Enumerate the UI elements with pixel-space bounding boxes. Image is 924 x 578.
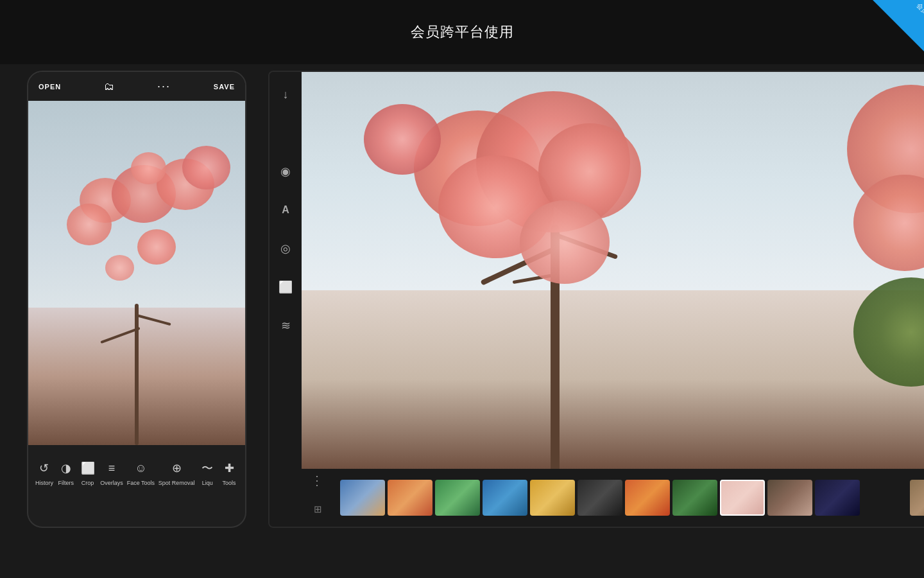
tool-crop[interactable]: ⬜ Crop: [79, 459, 97, 486]
filters-icon: ◑: [57, 459, 75, 477]
save-button[interactable]: SAVE: [214, 83, 235, 91]
thumbnail-6[interactable]: [578, 480, 622, 516]
more-options-icon[interactable]: ···: [157, 80, 171, 93]
thumbnail-4[interactable]: [483, 480, 527, 516]
ground-background: [302, 290, 924, 469]
tool-face[interactable]: ☺ Face Tools: [127, 459, 155, 486]
filter-icon[interactable]: ◉: [276, 162, 295, 181]
blossom-7: [105, 255, 134, 281]
blossom-3: [67, 204, 112, 245]
tool-filters[interactable]: ◑ Filters: [57, 459, 75, 486]
spot-removal-label: Spot Removal: [158, 480, 195, 486]
thumbnail-11[interactable]: [815, 480, 860, 516]
tree-trunk: [135, 304, 139, 445]
phone-bottom-bar: ↺ History ◑ Filters ⬜ Crop ≡ Overlays ☺ …: [28, 445, 245, 503]
face-tools-icon: ☺: [132, 459, 150, 477]
thumbnail-10[interactable]: [767, 480, 812, 516]
more-options-button[interactable]: ⋮: [311, 473, 323, 488]
thumbnail-12[interactable]: [862, 480, 907, 516]
overlays-label: Overlays: [100, 480, 123, 486]
blossom-8: [182, 146, 230, 189]
liqu-label: Liqu: [202, 480, 213, 486]
face-tools-label: Face Tools: [127, 480, 155, 486]
download-icon[interactable]: ↓: [276, 85, 295, 104]
open-button[interactable]: OPEN: [38, 83, 61, 91]
crop-sidebar-icon[interactable]: ⬜: [276, 277, 295, 297]
liqu-icon: 〜: [198, 459, 216, 477]
thumbnail-13[interactable]: [910, 480, 924, 516]
spot-removal-icon: ⊕: [167, 459, 185, 477]
clipboard-icon[interactable]: 🗂: [104, 81, 114, 92]
tablet-blossom-5: [520, 200, 610, 284]
crop-icon: ⬜: [79, 459, 97, 477]
thumbnail-2[interactable]: [388, 480, 432, 516]
gallery-icon[interactable]: ⊞: [302, 504, 334, 515]
mask-icon[interactable]: ◎: [276, 239, 295, 258]
tools-label: Tools: [223, 480, 236, 486]
phone-main-image: [28, 101, 245, 445]
crop-label: Crop: [81, 480, 94, 486]
tablet-main-image: [302, 72, 924, 469]
blossom-6: [131, 152, 166, 184]
thumbnail-strip: [340, 478, 924, 517]
tool-history[interactable]: ↺ History: [35, 459, 53, 486]
tool-tools[interactable]: ✚ Tools: [220, 459, 238, 486]
filters-label: Filters: [58, 480, 74, 486]
thumbnail-9-active[interactable]: [720, 480, 765, 516]
thumbnail-5[interactable]: [530, 480, 575, 516]
app-title: 会员跨平台使用: [411, 22, 514, 42]
tool-spot[interactable]: ⊕ Spot Removal: [158, 459, 195, 486]
layers-icon[interactable]: ≋: [276, 316, 295, 335]
text-icon[interactable]: A: [276, 200, 295, 220]
tablet-mockup: ↓ ◉ A ◎ ⬜ ≋ ⋮ ⊞: [268, 71, 924, 528]
blossom-5: [137, 229, 176, 265]
thumbnail-3[interactable]: [435, 480, 480, 516]
thumbnail-8[interactable]: [672, 480, 717, 516]
tablet-blossom-6: [364, 104, 441, 175]
overlays-icon: ≡: [103, 459, 121, 477]
tool-liqu[interactable]: 〜 Liqu: [198, 459, 216, 486]
phone-mockup: OPEN 🗂 ··· SAVE ↺ History ◑ Filters: [27, 71, 246, 528]
tablet-sidebar: ↓ ◉ A ◎ ⬜ ≋: [270, 72, 302, 527]
phone-toolbar: OPEN 🗂 ··· SAVE: [28, 72, 245, 101]
history-icon: ↺: [35, 459, 53, 477]
tablet-bottom-bar: ⋮ ⊞: [302, 469, 924, 527]
history-label: History: [35, 480, 53, 486]
tool-overlays[interactable]: ≡ Overlays: [100, 459, 123, 486]
thumbnail-1[interactable]: [340, 480, 385, 516]
corner-badge-text: 会员: [915, 1, 924, 17]
top-banner: 会员跨平台使用: [0, 0, 924, 64]
tools-icon: ✚: [220, 459, 238, 477]
thumbnail-7[interactable]: [625, 480, 670, 516]
